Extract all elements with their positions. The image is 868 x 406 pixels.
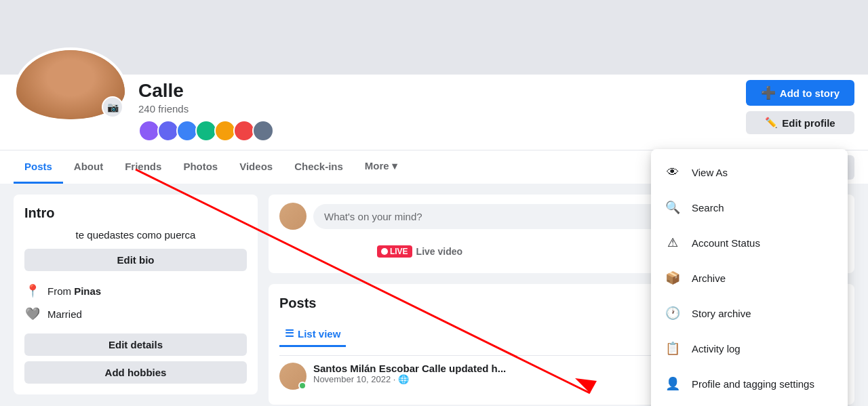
dropdown-item-view-as[interactable]: 👁 View As <box>651 155 848 190</box>
globe-icon: 🌐 <box>398 374 409 384</box>
left-panel: Intro te quedastes como puerca Edit bio … <box>14 195 258 405</box>
online-indicator <box>298 382 307 390</box>
post-avatar <box>279 363 307 390</box>
edit-profile-button[interactable]: ✏️ Edit profile <box>746 111 854 134</box>
clock-icon: 🕐 <box>662 302 684 324</box>
intro-title: Intro <box>24 205 247 221</box>
post-action-text: updated h... <box>449 363 506 374</box>
eye-icon: 👁 <box>662 161 684 183</box>
tab-more[interactable]: More ▾ <box>354 150 408 184</box>
story-archive-label: Story archive <box>692 308 751 319</box>
profile-actions: ➕ Add to story ✏️ Edit profile <box>746 75 854 134</box>
view-as-label: View As <box>692 167 728 178</box>
warning-icon: ⚠ <box>662 232 684 253</box>
cover-photo <box>0 0 868 75</box>
dropdown-item-tagging-settings[interactable]: 👤 Profile and tagging settings <box>651 366 848 401</box>
search-icon: 🔍 <box>662 197 684 218</box>
edit-bio-button[interactable]: Edit bio <box>24 249 247 271</box>
dropdown-item-story-archive[interactable]: 🕐 Story archive <box>651 296 848 331</box>
add-hobbies-button[interactable]: Add hobbies <box>24 361 247 384</box>
intro-from-text: From Pinas <box>47 285 101 297</box>
intro-relationship-text: Married <box>47 308 82 320</box>
tab-posts[interactable]: Posts <box>14 151 63 184</box>
list-icon: ☰ <box>285 327 294 340</box>
edit-profile-label: Edit profile <box>782 117 835 129</box>
activity-log-label: Activity log <box>692 343 741 354</box>
tagging-settings-label: Profile and tagging settings <box>692 378 814 390</box>
friends-avatars <box>138 120 746 142</box>
tab-videos[interactable]: Videos <box>229 151 283 184</box>
avatar-container: 📷 <box>14 47 127 122</box>
log-icon: 📋 <box>662 338 684 359</box>
intro-card: Intro te quedastes como puerca Edit bio … <box>14 195 258 394</box>
plus-circle-icon: ➕ <box>761 85 776 100</box>
archive-label: Archive <box>692 272 726 284</box>
heart-icon: 🩶 <box>24 306 41 321</box>
dropdown-menu: 👁 View As 🔍 Search ⚠ Account Status 📦 Ar… <box>651 149 848 406</box>
pencil-icon: ✏️ <box>765 117 778 129</box>
tab-check-ins[interactable]: Check-ins <box>283 151 354 184</box>
tab-photos[interactable]: Photos <box>172 151 229 184</box>
composer-avatar <box>279 203 307 230</box>
friend-avatar[interactable] <box>252 120 274 142</box>
friends-count: 240 friends <box>138 103 746 115</box>
dropdown-item-search[interactable]: 🔍 Search <box>651 190 848 225</box>
tab-friends[interactable]: Friends <box>114 151 172 184</box>
dropdown-item-account-status[interactable]: ⚠ Account Status <box>651 225 848 260</box>
dropdown-item-archive[interactable]: 📦 Archive <box>651 260 848 296</box>
add-to-story-button[interactable]: ➕ Add to story <box>746 80 854 106</box>
edit-details-button[interactable]: Edit details <box>24 333 247 356</box>
live-video-label: Live video <box>416 246 462 257</box>
profile-info-row: 📷 Calle 240 friends ➕ Add to story ✏️ <box>0 75 868 150</box>
tab-about[interactable]: About <box>63 151 114 184</box>
account-status-label: Account Status <box>692 237 760 249</box>
dropdown-item-professional-mode[interactable]: 💼 Turn on professional mode <box>651 401 848 406</box>
profile-name: Calle <box>138 80 746 102</box>
live-video-icon: LIVE <box>377 245 412 258</box>
location-icon: 📍 <box>24 283 41 298</box>
list-view-tab[interactable]: ☰ List view <box>279 322 346 347</box>
bio-text: te quedastes como puerca <box>24 229 247 241</box>
add-to-story-label: Add to story <box>780 87 840 99</box>
camera-button[interactable]: 📷 <box>102 96 123 118</box>
posts-title: Posts <box>279 296 316 311</box>
profile-name-section: Calle 240 friends <box>138 75 746 142</box>
person-settings-icon: 👤 <box>662 373 684 394</box>
archive-icon: 📦 <box>662 267 684 289</box>
live-video-button[interactable]: LIVE Live video <box>279 238 560 265</box>
intro-city: Pinas <box>74 285 101 297</box>
post-date-text: November 10, 2022 · <box>313 374 395 384</box>
intro-relationship-item: 🩶 Married <box>24 302 247 325</box>
intro-from-item: 📍 From Pinas <box>24 279 247 302</box>
dropdown-item-activity-log[interactable]: 📋 Activity log <box>651 331 848 366</box>
post-author-name[interactable]: Santos Milán Escobar Calle <box>313 363 446 374</box>
list-view-label: List view <box>298 328 340 340</box>
search-label: Search <box>692 202 724 214</box>
